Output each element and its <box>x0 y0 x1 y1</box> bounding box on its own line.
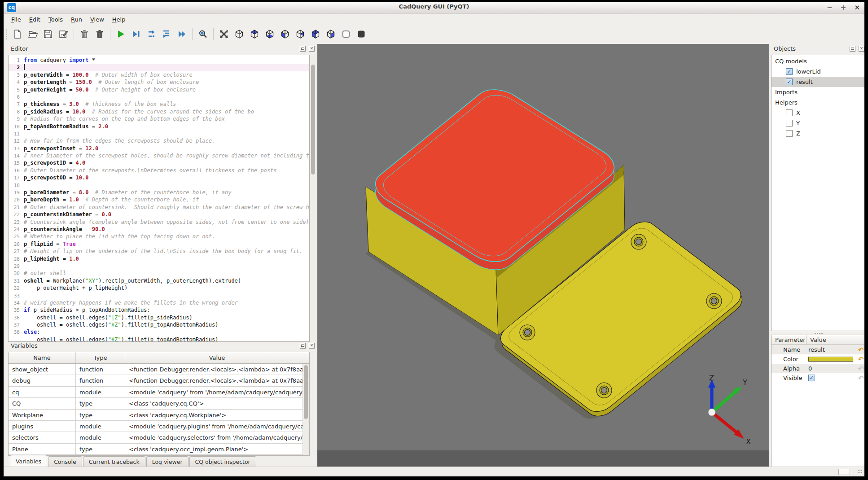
code-editor[interactable]: 1from cadquery import *23p_outerWidth = … <box>8 55 310 342</box>
tree-item-lowerlid[interactable]: ✓lowerLid <box>772 66 864 77</box>
delete-icon <box>79 29 89 39</box>
variables-scrollbar-thumb[interactable] <box>304 365 308 419</box>
color-swatch[interactable] <box>808 357 853 362</box>
viewport-3d[interactable]: Z Y X <box>317 44 769 468</box>
reset-icon[interactable]: ↶ <box>856 355 864 363</box>
tree-item-z[interactable]: Z <box>772 128 864 139</box>
new-file-button[interactable] <box>11 27 24 41</box>
reset-icon[interactable]: ↶ <box>856 374 864 382</box>
delete-all-icon <box>95 29 105 39</box>
delete-button[interactable] <box>78 27 91 41</box>
view-left-button[interactable] <box>309 27 322 41</box>
menu-help[interactable]: Help <box>108 15 130 24</box>
param-value[interactable]: 0 <box>807 365 856 372</box>
param-row-name[interactable]: Nameresult↶ <box>772 345 864 354</box>
view-top-button[interactable] <box>248 27 261 41</box>
variables-scrollbar[interactable] <box>302 364 309 455</box>
variables-close-icon[interactable]: ✕ <box>309 343 315 349</box>
save-button[interactable] <box>41 27 55 41</box>
toggle-wireframe-button[interactable] <box>339 27 353 41</box>
code-line-11: 11 <box>9 130 309 137</box>
variable-row-plugins[interactable]: pluginsmodule<module 'cadquery.plugins' … <box>9 421 309 432</box>
tree-group-imports[interactable]: Imports <box>772 87 864 97</box>
objects-close-icon[interactable]: ✕ <box>859 46 864 52</box>
inspect-button[interactable] <box>196 27 210 41</box>
param-row-color[interactable]: Color↶ <box>772 354 864 364</box>
save-as-icon <box>58 29 68 39</box>
continue-button[interactable] <box>175 27 189 41</box>
variables-float-icon[interactable] <box>300 343 306 349</box>
debug-button[interactable] <box>129 27 143 41</box>
checkbox-lowerlid[interactable]: ✓ <box>786 68 793 75</box>
editor-close-icon[interactable]: ✕ <box>309 46 315 52</box>
checkbox-x[interactable] <box>786 109 793 116</box>
tab-cq-object-inspector[interactable]: CQ object inspector <box>189 456 256 467</box>
param-row-visible[interactable]: Visible✓↶ <box>772 373 864 383</box>
visible-checkbox[interactable]: ✓ <box>808 375 815 381</box>
checkbox-result[interactable]: ✓ <box>786 79 793 85</box>
step-into-button[interactable] <box>160 27 173 41</box>
open-file-button[interactable] <box>26 27 39 41</box>
tab-current-traceback[interactable]: Current traceback <box>83 456 145 467</box>
view-iso-button[interactable] <box>232 27 246 41</box>
save-icon <box>43 29 53 39</box>
view-bottom-button[interactable] <box>263 27 276 41</box>
code-line-21: 21# Outer diameter of countersink. Shoul… <box>9 204 309 211</box>
minimize-button[interactable]: − <box>827 4 833 11</box>
tab-console[interactable]: Console <box>48 456 82 467</box>
tree-item-label: X <box>796 108 800 118</box>
tab-log-viewer[interactable]: Log viewer <box>146 456 189 467</box>
variable-row-Workplane[interactable]: Workplanetype<class 'cadquery.cq.Workpla… <box>9 410 309 421</box>
variable-row-cq[interactable]: cqmodule<module 'cadquery' from '/home/a… <box>9 387 309 398</box>
tree-group-cq-models[interactable]: CQ models <box>772 56 864 66</box>
maximize-button[interactable]: + <box>841 4 846 11</box>
editor-scrollbar-thumb[interactable] <box>311 65 315 175</box>
delete-all-button[interactable] <box>93 27 106 41</box>
variables-panel-title: Variables <box>11 342 37 349</box>
menu-tools[interactable]: Tools <box>44 15 67 24</box>
close-button[interactable]: ✕ <box>854 4 860 11</box>
code-line-7: 7p_thickness = 3.0 # Thickness of the bo… <box>9 100 309 108</box>
fit-view-button[interactable] <box>217 27 231 41</box>
run-button[interactable] <box>114 27 127 41</box>
checkbox-z[interactable] <box>786 130 793 137</box>
variable-row-Plane[interactable]: Planetype<class 'cadquery.occ_impl.geom.… <box>9 444 309 455</box>
tree-group-helpers[interactable]: Helpers <box>772 97 864 108</box>
reset-icon[interactable]: ↶ <box>856 365 864 373</box>
reset-icon[interactable]: ↶ <box>856 346 864 354</box>
checkbox-y[interactable] <box>786 120 793 127</box>
param-row-alpha[interactable]: Alpha0↶ <box>772 364 864 373</box>
tree-item-y[interactable]: Y <box>772 118 864 128</box>
toolbar-separator <box>110 28 110 40</box>
variable-row-selectors[interactable]: selectorsmodule<module 'cadquery.selecto… <box>9 432 309 443</box>
code-line-15: 15p_screwpostID = 4.0 <box>9 159 309 166</box>
editor-scrollbar[interactable] <box>310 55 316 342</box>
debug-icon <box>131 29 141 39</box>
objects-float-icon[interactable] <box>850 46 855 52</box>
menu-view[interactable]: View <box>86 15 108 24</box>
view-front-button[interactable] <box>278 27 292 41</box>
param-value[interactable]: result <box>807 346 856 353</box>
code-line-14: 14# nner Diameter of the screwpost holes… <box>9 152 309 159</box>
toggle-wireframe-icon <box>341 29 351 39</box>
toggle-shaded-button[interactable] <box>355 27 368 41</box>
save-as-button[interactable] <box>57 27 70 41</box>
tree-item-result[interactable]: ✓result <box>772 77 864 87</box>
tab-variables[interactable]: Variables <box>10 455 47 467</box>
variable-row-show_object[interactable]: show_objectfunction<function Debugger.re… <box>9 364 309 375</box>
menu-run[interactable]: Run <box>67 15 86 24</box>
toolbar-drag-handle[interactable] <box>5 28 8 40</box>
view-back-button[interactable] <box>294 27 307 41</box>
tree-item-x[interactable]: X <box>772 108 864 118</box>
resize-grip-icon[interactable] <box>857 470 862 474</box>
menu-file[interactable]: File <box>7 15 25 24</box>
variable-row-CQ[interactable]: CQtype<class 'cadquery.cq.CQ'> <box>9 398 309 409</box>
editor-float-icon[interactable] <box>300 46 306 52</box>
view-left-icon <box>311 29 320 39</box>
step-button[interactable] <box>145 27 158 41</box>
view-right-icon <box>326 29 336 39</box>
code-line-23: 23# Countersink angle (complete angle be… <box>9 218 309 226</box>
variable-row-debug[interactable]: debugfunction<function Debugger.render.<… <box>9 375 309 386</box>
view-right-button[interactable] <box>324 27 338 41</box>
menu-edit[interactable]: Edit <box>25 15 44 24</box>
